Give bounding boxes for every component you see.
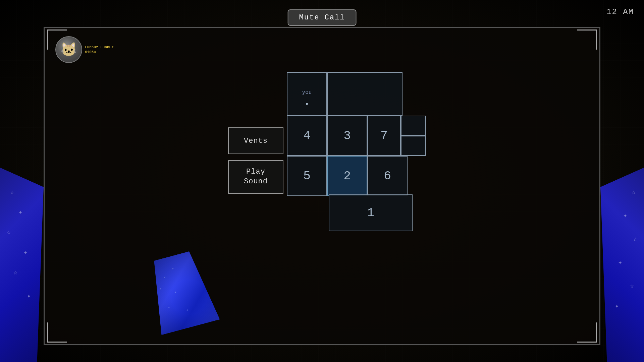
you-dot-indicator [306,103,308,105]
star-icon-4: ✦ [23,248,28,256]
camera-row-mid: 4 3 7 [287,116,426,156]
avatar-name: Funnuz Funnuz 6405c [85,45,114,55]
star-icon-11: ☆ [630,282,634,290]
corner-bracket-tr [577,29,597,50]
camera-3-number: 3 [343,129,351,143]
camera-7[interactable]: 7 [367,116,401,156]
camera-4[interactable]: 4 [287,116,327,156]
camera-1[interactable]: 1 [329,194,413,231]
star-icon-5: ☆ [13,268,17,277]
star-icon-1: ☆ [10,188,14,196]
camera-row-top: you [287,72,402,116]
avatar-name-line1: Funnuz Funnuz [85,45,114,50]
camera-5-number: 5 [303,169,311,183]
camera-small-bottom[interactable] [401,136,426,156]
vents-button[interactable]: Vents [228,127,283,154]
star-icon-2: ✦ [18,208,22,216]
avatar [55,36,82,63]
camera-6[interactable]: 6 [367,156,408,196]
camera-wide-empty[interactable] [327,72,402,116]
camera-6-number: 6 [384,169,391,183]
camera-7-number: 7 [380,129,388,143]
camera-small-top[interactable] [401,116,426,136]
corner-bracket-bl [47,322,67,343]
star-icon-6: ✦ [27,292,31,300]
star-icon-12: ✦ [615,302,619,310]
star-icon-8: ✦ [623,211,627,220]
camera-you[interactable]: you [287,72,327,116]
camera-row-lowest: 1 [329,194,413,231]
avatar-container: Funnuz Funnuz 6405c [55,36,114,63]
camera-2[interactable]: 2 [327,156,367,196]
camera-3[interactable]: 3 [327,116,367,156]
camera-5[interactable]: 5 [287,156,327,196]
star-icon-10: ✦ [618,258,622,266]
corner-bracket-br [577,322,597,343]
camera-1-number: 1 [367,206,374,220]
left-curtain [0,168,44,362]
mute-call-button[interactable]: Mute Call [288,9,357,26]
star-icon-9: ☆ [633,235,637,243]
star-icon-3: ☆ [7,228,11,236]
time-display: 12 AM [606,7,634,16]
camera-4-number: 4 [303,129,311,143]
right-curtain [600,168,644,362]
camera-row-bot: 5 2 6 [287,156,408,196]
camera-2-number: 2 [343,169,351,183]
star-icon-7: ☆ [632,188,636,196]
play-sound-button[interactable]: Play Sound [228,160,283,194]
avatar-name-line2: 6405c [85,50,114,54]
camera-small-col [401,116,426,156]
you-label: you [302,89,312,96]
